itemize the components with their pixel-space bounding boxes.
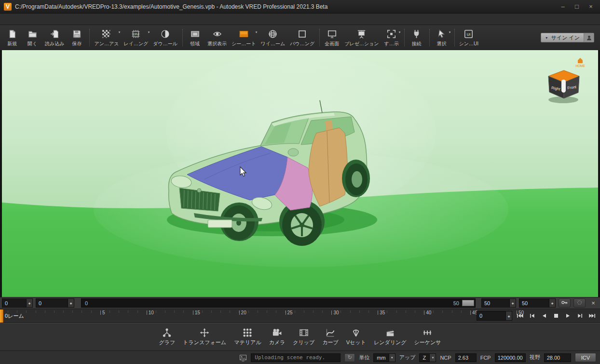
toolbar-button-bounding-box[interactable]: バウ…ング — [287, 25, 317, 50]
playback-button-step-forward[interactable] — [574, 311, 586, 321]
module-button-material[interactable]: マテリアル — [233, 328, 262, 346]
playback-button-play[interactable] — [562, 311, 574, 321]
titlebar: V C:/ProgramData/Autodesk/VREDPro-13.3/e… — [0, 0, 600, 13]
module-button-transform[interactable]: トランスフォーム — [182, 328, 227, 346]
range-frame-value: 50 — [519, 299, 549, 307]
dropdown-arrow-icon[interactable]: ▼ — [255, 31, 258, 34]
dropdown-arrow-icon[interactable]: ▼ — [147, 31, 150, 34]
dropdown-arrow-icon[interactable]: ▼ — [449, 31, 451, 34]
module-button-vset[interactable]: Vセット — [345, 328, 367, 346]
toolbar-button-fullscreen[interactable]: 全画面 — [322, 25, 342, 50]
status-message: Uploading scene ready. — [251, 353, 341, 362]
toolbar-button-backplate[interactable]: ▼ シー…ート — [229, 25, 258, 50]
module-button-camera[interactable]: カメラ — [268, 328, 286, 346]
toolbar-button-save[interactable]: 保存 — [67, 25, 87, 50]
fov-label: 視野 — [530, 354, 540, 361]
toolbar-button-connect[interactable]: 接続 — [407, 25, 427, 50]
toolbar-button-downscale[interactable]: ダウ…ール — [150, 25, 180, 50]
playback-button-stop[interactable] — [550, 311, 562, 321]
slider-handle[interactable] — [462, 300, 474, 306]
toolbar-button-simple-ui[interactable]: UI シン…UI — [457, 25, 481, 50]
toolbar-button-display-all[interactable]: ▼ す…示 — [382, 25, 402, 50]
end-frame-field[interactable]: 50 ◆ — [481, 298, 516, 308]
toolbar-button-label: シン…UI — [459, 40, 478, 47]
refresh-button[interactable]: ↻ — [344, 353, 355, 362]
module-button-clip[interactable]: クリップ — [292, 328, 315, 346]
dropdown-arrow-icon[interactable]: ▼ — [398, 31, 401, 34]
rear-wheel[interactable] — [342, 160, 370, 197]
playback-button-skip-start[interactable] — [514, 311, 526, 321]
ruler-tick-15: 15 — [193, 310, 200, 315]
select-tool-icon — [437, 29, 446, 40]
toolbar-button-label: ダウ…ール — [153, 40, 177, 47]
viewcube-home-label: HOME — [575, 64, 585, 67]
main-toolbar: 新規 開く 読み込み 保存 ▼ アン…アス CPU ▼ レイ…ング — [0, 25, 600, 50]
ncp-field[interactable]: 2.63 — [455, 353, 477, 362]
toolbar-button-isolate-view[interactable]: 選択表示 — [205, 25, 229, 50]
toolbar-button-label: プレゼ…ション — [344, 40, 379, 47]
icv-button[interactable]: ICV — [575, 353, 596, 362]
scene-upload-icon — [239, 354, 247, 362]
frame-ruler[interactable]: 5101520253035404550 — [29, 309, 476, 323]
range-frame-field[interactable]: 50 ◆ — [519, 298, 556, 308]
toolbar-button-antialias[interactable]: ▼ アン…アス — [92, 25, 121, 50]
viewport-3d[interactable]: HOME Right Front — [2, 50, 598, 297]
toolbar-button-label: アン…アス — [94, 40, 119, 47]
dropdown-arrow-icon[interactable]: ▼ — [389, 354, 395, 362]
dropdown-arrow-icon[interactable]: ▼ — [429, 354, 436, 362]
spinner-diamond-icon[interactable]: ◆ — [68, 299, 74, 307]
auto-key-button[interactable] — [559, 298, 571, 308]
current-frame-value: 0 — [36, 299, 68, 307]
frame-ruler-label: 0レーム — [5, 312, 24, 320]
fcp-field[interactable]: 120000.00 — [495, 353, 526, 362]
module-label: Vセット — [346, 339, 366, 346]
connect-icon — [412, 29, 421, 40]
timeline-range-slider[interactable]: 0 50 — [81, 298, 476, 308]
toolbar-button-wireframe[interactable]: ワイ…ーム — [259, 25, 288, 50]
svg-text:CPU: CPU — [133, 33, 139, 36]
close-button[interactable]: × — [586, 3, 596, 10]
playback-button-step-back[interactable] — [526, 311, 538, 321]
timeline-close-button[interactable]: × — [588, 299, 598, 307]
module-button-curve[interactable]: カーブ — [321, 328, 340, 346]
toolbar-button-select-tool[interactable]: ▼ 選択 — [432, 25, 452, 50]
start-frame-field[interactable]: 0 ◆ — [2, 298, 33, 308]
scene-canvas[interactable]: HOME Right Front — [2, 50, 598, 297]
playback-frame-field[interactable]: 0 ◆ — [477, 311, 512, 321]
toolbar-button-presentation[interactable]: プレゼ…ション — [342, 25, 381, 50]
maximize-button[interactable]: □ — [572, 3, 582, 10]
module-label: カメラ — [269, 339, 285, 346]
current-frame-field[interactable]: 0 ◆ — [36, 298, 74, 308]
minimize-button[interactable]: – — [558, 3, 568, 10]
sequencer-icon — [423, 328, 432, 337]
toolbar-button-new-file[interactable]: 新規 — [2, 25, 22, 50]
playback-button-play-reverse[interactable] — [538, 311, 550, 321]
playhead-marker[interactable] — [0, 310, 3, 323]
spinner-diamond-icon[interactable]: ◆ — [549, 299, 555, 307]
playback-button-skip-end[interactable] — [586, 311, 598, 321]
fcp-value: 120000.00 — [498, 355, 523, 361]
spinner-diamond-icon[interactable]: ◆ — [505, 311, 512, 320]
fcp-label: FCP — [480, 355, 491, 361]
module-button-scenegraph[interactable]: グラフ — [158, 328, 177, 346]
playback-controls — [514, 311, 598, 321]
toolbar-button-import-file[interactable]: 読み込み — [42, 25, 67, 50]
slider-max-label: 50 — [453, 300, 459, 306]
toolbar-button-raytracing[interactable]: CPU ▼ レイ…ング — [121, 25, 150, 50]
toolbar-button-open-folder[interactable]: 開く — [22, 25, 42, 50]
spinner-diamond-icon[interactable]: ◆ — [26, 299, 32, 307]
module-button-sequencer[interactable]: シーケンサ — [413, 328, 442, 346]
ruler-tick-5: 5 — [100, 310, 105, 315]
fov-field[interactable]: 28.00 — [544, 353, 571, 362]
scenegraph-icon — [162, 328, 172, 337]
toolbar-button-render-region[interactable]: 領域 — [185, 25, 205, 50]
fov-value: 28.00 — [547, 355, 560, 361]
signin-button[interactable]: ▼ サイン イン — [541, 33, 594, 42]
snap-button[interactable] — [573, 298, 586, 308]
stop-icon — [553, 312, 559, 320]
dropdown-arrow-icon[interactable]: ▼ — [118, 31, 121, 34]
up-axis-select[interactable]: Z ▼ — [419, 353, 436, 362]
spinner-diamond-icon[interactable]: ◆ — [509, 299, 516, 307]
module-button-render-settings[interactable]: レンダリング — [373, 328, 408, 346]
unit-select[interactable]: mm ▼ — [373, 353, 395, 362]
